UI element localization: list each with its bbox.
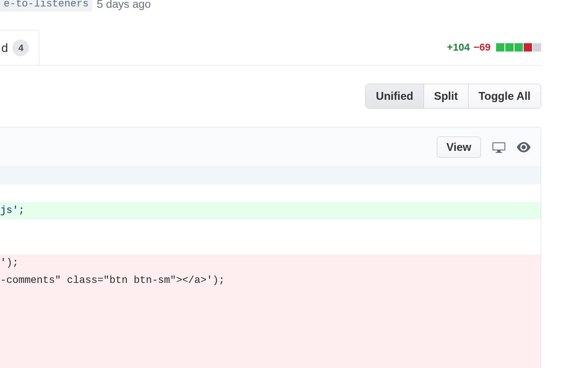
- file-header: View: [0, 127, 541, 167]
- commit-timestamp: 5 days ago: [97, 0, 151, 11]
- diff-removed-line: [0, 342, 541, 359]
- file-diff: View rs.js'; ght'); gle-comments" class=…: [0, 127, 541, 368]
- tabs-bar: d 4 +104 −69: [0, 30, 541, 66]
- view-file-button[interactable]: View: [437, 137, 481, 158]
- diff-removed-line: ght');: [0, 254, 541, 272]
- diff-removed-line: ;: [0, 324, 541, 342]
- split-button[interactable]: Split: [424, 84, 468, 108]
- eye-icon[interactable]: [517, 142, 531, 153]
- files-changed-tab[interactable]: d 4: [0, 30, 40, 65]
- diff-removed-line: gle-comments" class="btn btn-sm"></a>');: [0, 272, 541, 289]
- diffstat-blocks: [496, 43, 541, 52]
- diff-removed-line: {: [0, 307, 541, 324]
- branch-label[interactable]: e-to-listeners: [0, 0, 92, 12]
- diffstat-additions: +104: [447, 41, 470, 53]
- diff-context-line: [0, 184, 541, 202]
- unified-button[interactable]: Unified: [366, 84, 423, 108]
- diff-body: rs.js'; ght'); gle-comments" class="btn …: [0, 167, 541, 368]
- files-changed-count: 4: [12, 40, 29, 56]
- toggle-all-button[interactable]: Toggle All: [468, 84, 541, 108]
- tab-label: d: [1, 41, 8, 55]
- diffstat-block: [524, 43, 532, 52]
- desktop-icon[interactable]: [492, 141, 506, 154]
- hunk-header: [0, 167, 541, 184]
- diffstat: +104 −69: [447, 41, 541, 65]
- diff-context-line: [0, 219, 541, 237]
- diff-context-line: [0, 237, 541, 254]
- diff-removed-line: [0, 359, 541, 368]
- commit-meta-row: e-to-listeners 5 days ago: [0, 0, 151, 12]
- diffstat-block: [505, 43, 514, 52]
- diffstat-block: [496, 43, 504, 52]
- diff-added-line: rs.js';: [0, 202, 541, 219]
- diffstat-block: [514, 43, 523, 52]
- diffstat-block: [533, 43, 541, 52]
- view-mode-toggle: Unified Split Toggle All: [365, 84, 541, 109]
- diff-removed-line: ');: [0, 289, 541, 307]
- diffstat-deletions: −69: [474, 41, 491, 53]
